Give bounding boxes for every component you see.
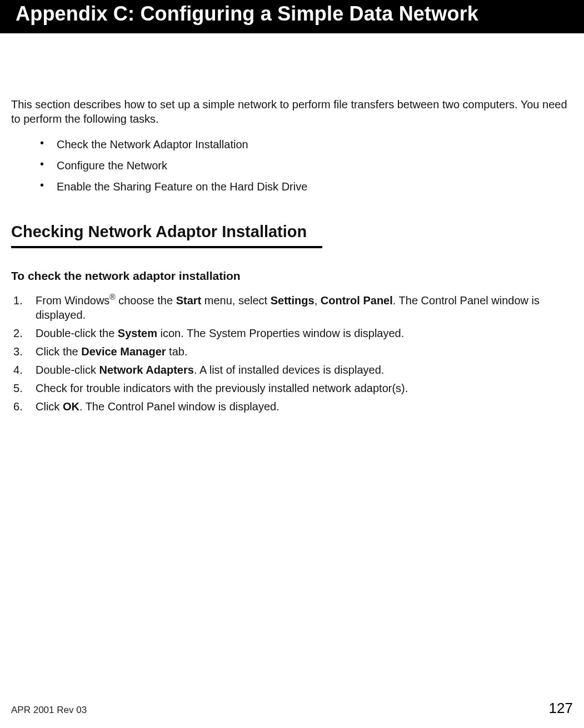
intro-paragraph: This section describes how to set up a s… xyxy=(11,97,573,126)
step-bold: Device Manager xyxy=(81,345,166,358)
document-page: Appendix C: Configuring a Simple Data Ne… xyxy=(0,0,584,728)
section-heading: Checking Network Adaptor Installation xyxy=(11,222,573,246)
registered-mark: ® xyxy=(109,293,115,302)
step-text: . The Control Panel window is displayed. xyxy=(79,400,279,413)
step-text: tab. xyxy=(166,345,188,358)
step-bold: Control Panel xyxy=(321,294,393,307)
step-text: icon. The System Properties window is di… xyxy=(157,327,404,339)
step-text: menu, select xyxy=(201,294,271,307)
step-text: Double-click the xyxy=(36,327,118,339)
footer-revision: APR 2001 Rev 03 xyxy=(11,705,87,716)
page-title: Appendix C: Configuring a Simple Data Ne… xyxy=(16,2,478,25)
subheading: To check the network adaptor installatio… xyxy=(11,268,573,283)
step-text: . A list of installed devices is display… xyxy=(194,364,384,376)
step-text: Click xyxy=(36,400,63,413)
list-item: Click the Device Manager tab. xyxy=(23,343,573,360)
list-item: Check for trouble indicators with the pr… xyxy=(23,380,573,396)
list-item: From Windows® choose the Start menu, sel… xyxy=(23,292,573,323)
page-title-bar: Appendix C: Configuring a Simple Data Ne… xyxy=(0,0,584,33)
step-bold: Start xyxy=(176,294,202,307)
page-number: 127 xyxy=(549,700,573,717)
step-text: Check for trouble indicators with the pr… xyxy=(36,382,408,394)
task-text: Enable the Sharing Feature on the Hard D… xyxy=(57,180,307,193)
page-body: This section describes how to set up a s… xyxy=(0,33,584,415)
task-text: Configure the Network xyxy=(57,159,167,172)
list-item: Enable the Sharing Feature on the Hard D… xyxy=(40,176,573,197)
step-text: From Windows xyxy=(36,294,109,307)
task-list: Check the Network Adaptor Installation C… xyxy=(11,134,573,197)
step-bold: Settings xyxy=(271,294,315,307)
steps-list: From Windows® choose the Start menu, sel… xyxy=(11,292,573,415)
step-text: , xyxy=(315,294,321,307)
list-item: Double-click Network Adapters. A list of… xyxy=(23,362,573,378)
step-text: choose the xyxy=(116,294,176,307)
step-bold: System xyxy=(118,327,157,339)
list-item: Configure the Network xyxy=(40,155,573,176)
task-text: Check the Network Adaptor Installation xyxy=(57,138,248,150)
list-item: Click OK. The Control Panel window is di… xyxy=(23,398,573,415)
page-footer: APR 2001 Rev 03 127 xyxy=(11,700,573,717)
step-bold: Network Adapters xyxy=(99,364,193,376)
step-bold: OK xyxy=(63,400,79,413)
step-text: Click the xyxy=(36,345,81,358)
section-rule xyxy=(11,246,322,248)
list-item: Double-click the System icon. The System… xyxy=(23,325,573,342)
list-item: Check the Network Adaptor Installation xyxy=(40,134,573,155)
step-text: Double-click xyxy=(36,364,99,376)
